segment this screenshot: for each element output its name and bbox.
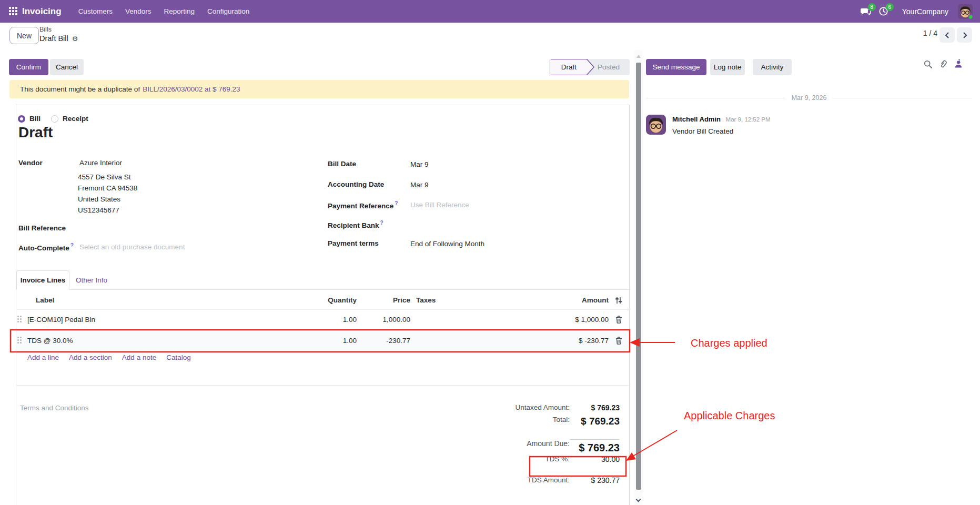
line-label[interactable]: TDS @ 30.0% — [27, 337, 283, 345]
payment-reference-field[interactable]: Use Bill Reference — [410, 201, 469, 209]
col-header-quantity[interactable]: Quantity — [283, 296, 357, 304]
duplicate-bill-link[interactable]: BILL/2026/03/0002 at $ 769.23 — [143, 85, 240, 93]
scroll-up-arrow-icon[interactable] — [637, 55, 641, 58]
invoice-line-row-tds[interactable]: TDS @ 30.0% 1.00 -230.77 $ -230.77 — [17, 330, 629, 351]
line-quantity[interactable]: 1.00 — [283, 316, 357, 324]
add-a-note-link[interactable]: Add a note — [122, 354, 156, 361]
col-header-label[interactable]: Label — [27, 296, 283, 304]
gear-icon[interactable]: ⚙ — [72, 35, 78, 43]
company-switcher[interactable]: YourCompany — [902, 7, 948, 16]
bill-reference-field[interactable] — [79, 224, 237, 234]
user-avatar[interactable] — [958, 4, 973, 19]
breadcrumb: Bills Draft Bill⚙ — [39, 26, 78, 44]
payment-terms-field[interactable]: End of Following Month — [410, 240, 484, 248]
duplicate-warning-banner: This document might be a duplicate of BI… — [9, 80, 629, 98]
auto-complete-field[interactable]: Select an old purchase document — [79, 243, 185, 251]
breadcrumb-bar: New Bills Draft Bill⚙ 1 / 4 — [0, 23, 980, 50]
breadcrumb-bills[interactable]: Bills — [39, 26, 78, 33]
pager-previous-button[interactable] — [939, 27, 955, 43]
optional-columns-icon[interactable] — [614, 296, 623, 305]
recipient-bank-label: Recipient Bank? — [328, 220, 383, 229]
terms-and-conditions-field[interactable]: Terms and Conditions — [20, 404, 89, 412]
accounting-date-label: Accounting Date — [328, 180, 384, 188]
col-header-amount[interactable]: Amount — [530, 296, 609, 304]
line-price[interactable]: 1,000.00 — [357, 316, 410, 324]
chevron-right-icon — [962, 32, 968, 39]
followers-count: 1 — [958, 58, 961, 67]
menu-reporting[interactable]: Reporting — [157, 0, 201, 23]
send-message-button[interactable]: Send message — [646, 59, 706, 75]
add-a-section-link[interactable]: Add a section — [69, 354, 112, 361]
help-icon: ? — [380, 220, 383, 226]
menu-vendors[interactable]: Vendors — [119, 0, 158, 23]
drag-handle-icon[interactable] — [17, 316, 19, 317]
menu-configuration[interactable]: Configuration — [201, 0, 256, 23]
paperclip-icon[interactable] — [939, 60, 948, 69]
warning-text: This document might be a duplicate of — [20, 85, 140, 93]
message-timestamp: Mar 9, 12:52 PM — [726, 116, 771, 123]
col-header-price[interactable]: Price — [357, 296, 410, 304]
apps-grid-icon[interactable] — [9, 7, 18, 16]
line-quantity[interactable]: 1.00 — [283, 337, 357, 345]
status-draft[interactable]: Draft — [550, 59, 595, 75]
bill-radio-label[interactable]: Bill — [29, 115, 41, 123]
tds-percent-label: TDS %: — [368, 455, 570, 474]
messages-button[interactable]: 8 — [859, 5, 873, 18]
bill-form-sheet: Bill Receipt Draft Vendor Azure Interior… — [16, 105, 630, 505]
accounting-date-field[interactable]: Mar 9 — [410, 181, 429, 189]
search-icon[interactable] — [924, 60, 933, 69]
invoice-line-row[interactable]: [E-COM10] Pedal Bin 1.00 1,000.00 $ 1,00… — [17, 309, 629, 330]
trash-icon[interactable] — [615, 337, 622, 345]
menu-customers[interactable]: Customers — [72, 0, 119, 23]
bill-date-label: Bill Date — [328, 160, 356, 168]
statusbar: Draft Posted — [550, 59, 630, 75]
vertical-scrollbar[interactable] — [634, 50, 643, 505]
add-a-line-link[interactable]: Add a line — [27, 354, 59, 361]
chevron-left-icon — [944, 32, 951, 39]
receipt-radio-label[interactable]: Receipt — [63, 115, 88, 123]
receipt-radio[interactable] — [51, 115, 58, 123]
vendor-label: Vendor — [18, 159, 43, 167]
message-header: Mitchell Admin Mar 9, 12:52 PM — [672, 115, 771, 123]
drag-handle-icon[interactable] — [17, 337, 19, 338]
scroll-down-arrow-icon[interactable] — [636, 497, 641, 502]
col-header-taxes[interactable]: Taxes — [410, 296, 530, 304]
bill-date-field[interactable]: Mar 9 — [410, 160, 429, 168]
activities-button[interactable]: 6 — [877, 5, 891, 18]
totals-block: Untaxed Amount: $ 769.23 Total: $ 769.23… — [368, 403, 620, 490]
pager-next-button[interactable] — [957, 27, 972, 43]
section-divider — [16, 385, 629, 386]
amount-due-label: Amount Due: — [368, 439, 570, 455]
line-amount: $ -230.77 — [530, 337, 609, 345]
tab-other-info[interactable]: Other Info — [76, 270, 107, 290]
vendor-field[interactable]: Azure Interior — [79, 159, 122, 167]
date-divider-text: Mar 9, 2026 — [792, 94, 827, 102]
tds-percent-value: 30.00 — [570, 455, 620, 474]
bill-radio[interactable] — [18, 115, 25, 123]
line-label[interactable]: [E-COM10] Pedal Bin — [27, 316, 283, 324]
catalog-link[interactable]: Catalog — [166, 354, 191, 361]
messages-badge: 8 — [868, 3, 876, 11]
help-icon: ? — [70, 243, 74, 248]
trash-icon[interactable] — [615, 316, 622, 324]
tds-amount-label: TDS Amount: — [368, 476, 570, 490]
line-price[interactable]: -230.77 — [357, 337, 410, 345]
scrollbar-thumb[interactable] — [636, 63, 641, 490]
breadcrumb-current: Draft Bill — [39, 34, 68, 43]
confirm-button[interactable]: Confirm — [9, 59, 48, 75]
pager-count: 1 / 4 — [923, 29, 937, 37]
activity-button[interactable]: Activity — [753, 59, 792, 75]
cancel-button[interactable]: Cancel — [50, 59, 84, 75]
app-name[interactable]: Invoicing — [22, 6, 62, 17]
new-button[interactable]: New — [9, 27, 39, 44]
status-posted[interactable]: Posted — [598, 59, 620, 75]
log-note-button[interactable]: Log note — [710, 59, 745, 75]
lines-table-header: Label Quantity Price Taxes Amount — [17, 291, 629, 309]
activities-badge: 6 — [886, 3, 894, 11]
message-author[interactable]: Mitchell Admin — [672, 115, 721, 123]
avatar-image — [646, 115, 666, 135]
tab-invoice-lines[interactable]: Invoice Lines — [16, 270, 69, 290]
message-avatar[interactable] — [646, 115, 666, 135]
recipient-bank-field[interactable] — [410, 220, 516, 230]
total-value: $ 769.23 — [570, 416, 620, 430]
